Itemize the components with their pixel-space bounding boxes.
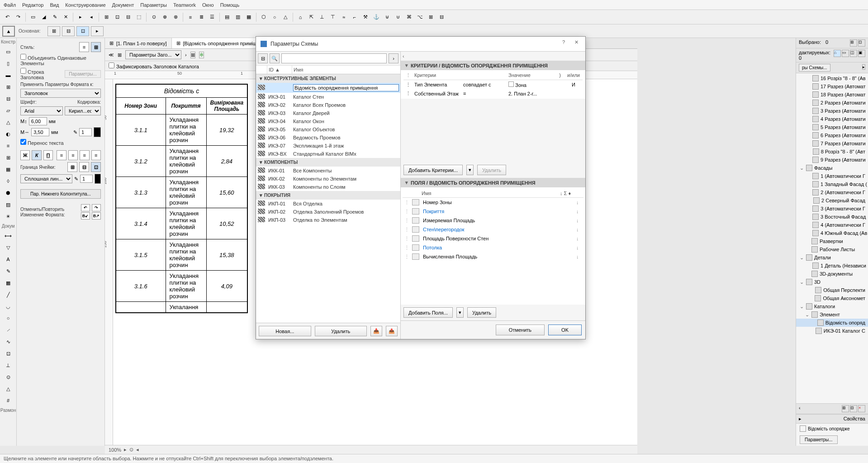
- tool-btn[interactable]: ▥: [233, 12, 243, 22]
- fill-tool-icon[interactable]: ▩: [1, 278, 15, 288]
- area-cell[interactable]: 15,60: [206, 177, 247, 208]
- zone-cell[interactable]: [116, 302, 166, 313]
- zone-cell[interactable]: 3.1.1: [116, 115, 166, 146]
- menu-window[interactable]: Окно: [202, 2, 214, 8]
- merge-checkbox[interactable]: Объединить Одинаковые Элементы: [20, 54, 101, 66]
- tool-btn[interactable]: ⌂: [295, 12, 305, 22]
- field-row[interactable]: ⋮Измеряемая Площадь↓: [403, 216, 583, 225]
- tree-item[interactable]: ⌄3D: [796, 278, 868, 286]
- field-row[interactable]: ⋮Стен\перегородок↓: [403, 225, 583, 234]
- menu-options[interactable]: Параметры: [140, 2, 167, 8]
- list-hdr-name[interactable]: Имя: [292, 66, 400, 74]
- align-center-icon[interactable]: ≡: [68, 150, 78, 160]
- delete-criteria-button[interactable]: Удалить: [477, 165, 506, 175]
- nav-mode-icon[interactable]: ⌂: [834, 50, 841, 57]
- new-button[interactable]: Новая...: [259, 326, 311, 336]
- tree-item[interactable]: Рабочие Листы: [796, 245, 868, 253]
- criteria-dropdown-icon[interactable]: ▾: [466, 165, 474, 175]
- tool-btn[interactable]: ≡: [185, 12, 195, 22]
- line-color-swatch[interactable]: [95, 174, 101, 184]
- area-cell[interactable]: 4,09: [206, 271, 247, 302]
- header-params-select[interactable]: Параметры Заго...: [125, 50, 181, 59]
- arrow-tool-icon[interactable]: ▲: [2, 26, 15, 37]
- tree-item[interactable]: 17 Разрез (Автомат: [796, 82, 868, 91]
- dialog-titlebar[interactable]: Параметры Схемы ? ✕: [256, 37, 585, 52]
- menu-document[interactable]: Документ: [112, 2, 134, 8]
- tree-item[interactable]: 4 Южный Фасад (Ав: [796, 229, 868, 237]
- tree-item[interactable]: 2 Северный Фасад: [796, 196, 868, 205]
- tool-btn[interactable]: ✎: [50, 12, 60, 22]
- tree-item[interactable]: 5 Разрез (Автомати: [796, 123, 868, 131]
- tree-item[interactable]: 2 (Автоматически Г: [796, 188, 868, 196]
- beam-tool-icon[interactable]: ▬: [1, 70, 15, 80]
- field-row[interactable]: ⋮Номер Зоны↓: [403, 198, 583, 207]
- tool-btn[interactable]: ▦: [244, 12, 254, 22]
- cover-cell[interactable]: Укладання плитки на клейовий розчин: [166, 208, 206, 239]
- area-cell[interactable]: 2,84: [206, 146, 247, 177]
- cover-cell[interactable]: Укладання плитки на клейовий розчин: [166, 115, 206, 146]
- label-tool-icon[interactable]: ✎: [1, 266, 15, 276]
- tool-btn[interactable]: ≈: [339, 12, 349, 22]
- tab-plan[interactable]: ⊞[1. План 1-го поверху]: [105, 38, 172, 48]
- zoom-nav-icon[interactable]: ◂: [136, 447, 139, 453]
- fix-header-checkbox[interactable]: Зафиксировать Заголовок Каталога: [109, 62, 199, 69]
- tool-btn[interactable]: ⊎: [382, 12, 392, 22]
- schema-list-item[interactable]: [256, 83, 400, 93]
- tool-btn[interactable]: ⬚: [134, 12, 144, 22]
- border-mode-icon[interactable]: ⊡: [91, 162, 101, 172]
- font-select[interactable]: Arial: [20, 106, 63, 115]
- spline-tool-icon[interactable]: ∿: [1, 337, 15, 347]
- curtain-tool-icon[interactable]: ▦: [1, 164, 15, 174]
- tool-btn[interactable]: ⊞: [101, 12, 111, 22]
- border-mode-icon[interactable]: ⊞: [67, 162, 77, 172]
- encoding-select[interactable]: Кирил...еский: [65, 106, 101, 115]
- drag-handle[interactable]: ⋮: [403, 82, 413, 88]
- sort-icon[interactable]: ↓: [576, 200, 583, 205]
- pen-input[interactable]: [79, 128, 92, 136]
- slab-tool-icon[interactable]: ▱: [1, 105, 15, 115]
- tree-item[interactable]: 1 Западный Фасад (: [796, 180, 868, 188]
- tree-item[interactable]: Развертки: [796, 237, 868, 245]
- cover-cell[interactable]: Укладання плитки на клейовий розчин: [166, 146, 206, 177]
- drag-handle[interactable]: ⋮: [403, 209, 410, 215]
- tool-btn[interactable]: △: [280, 12, 290, 22]
- tool-btn[interactable]: ✕: [61, 12, 71, 22]
- footer-params-button[interactable]: Пар. Нижнего Колонтитула...: [20, 189, 101, 199]
- tree-item[interactable]: 4 Разрез (Автомати: [796, 115, 868, 123]
- border-mode-icon[interactable]: ⊟: [79, 162, 89, 172]
- tree-item[interactable]: ⌄Элемент: [796, 310, 868, 319]
- schema-list-item[interactable]: ИКК-03Компоненты по Слоям: [256, 183, 400, 191]
- tree-item[interactable]: 1 (Автоматически Г: [796, 172, 868, 180]
- schema-list-item[interactable]: ИКЭ-01Каталог Стен: [256, 93, 400, 101]
- sort-icon[interactable]: ↓: [576, 209, 583, 214]
- menu-design[interactable]: Конструирование: [65, 2, 105, 8]
- tree-item[interactable]: ИКЭ-01 Каталог С: [796, 327, 868, 335]
- collapse-icon[interactable]: ‹: [403, 53, 404, 59]
- tool-btn[interactable]: ⊕: [160, 12, 170, 22]
- tool-btn[interactable]: ◢: [39, 12, 49, 22]
- tree-item[interactable]: Общая Аксономет: [796, 294, 868, 302]
- tree-toggle-icon[interactable]: ⌄: [804, 312, 810, 318]
- tree-item[interactable]: 3 Разрез (Автомати: [796, 107, 868, 115]
- redo-icon[interactable]: ↷: [13, 12, 23, 22]
- grid-tool-icon[interactable]: #: [1, 396, 15, 406]
- arc-tool-icon[interactable]: ◡: [1, 301, 15, 311]
- tree-item[interactable]: 1 Деталь (Независи: [796, 262, 868, 270]
- chevron-down-icon[interactable]: ▾: [405, 180, 408, 186]
- tree-item[interactable]: ⌄Фасады: [796, 164, 868, 172]
- tool-btn[interactable]: ⚓: [371, 12, 381, 22]
- sort-icon[interactable]: ↓: [576, 218, 583, 223]
- clear-icon[interactable]: ›: [389, 53, 398, 63]
- chevron-icon[interactable]: ▸: [799, 416, 802, 422]
- dim-tool-icon[interactable]: ⟷: [1, 231, 15, 241]
- menu-teamwork[interactable]: Teamwork: [173, 2, 196, 8]
- area-cell[interactable]: 10,52: [206, 208, 247, 239]
- undo-icon[interactable]: ↶: [2, 12, 12, 22]
- menu-view[interactable]: Вид: [50, 2, 59, 8]
- params-button-2[interactable]: Параметры...: [800, 435, 838, 444]
- tool-btn[interactable]: ⌘: [404, 12, 414, 22]
- tool-btn[interactable]: ⌐: [350, 12, 360, 22]
- schema-list-item[interactable]: ИКЭ-06Ведомость Проемов: [256, 134, 400, 142]
- tree-item[interactable]: 7 Разрез (Автомати: [796, 139, 868, 148]
- apply-select[interactable]: Заголовок: [20, 89, 101, 98]
